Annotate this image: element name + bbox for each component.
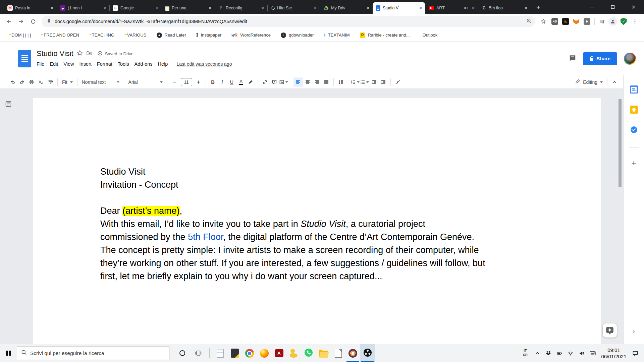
spelling-check-button[interactable]: A (36, 77, 46, 87)
bookmark-item-4[interactable]: ◕Read Later (157, 33, 186, 38)
menu-item-view[interactable]: View (61, 60, 76, 68)
window-maximize-button[interactable] (602, 0, 623, 14)
tab-close-icon[interactable]: ✕ (260, 5, 265, 11)
new-tab-button[interactable]: + (533, 2, 543, 12)
browser-tab-7-active[interactable]: Studio V✕ (373, 2, 425, 14)
menu-item-format[interactable]: Format (94, 60, 115, 68)
taskbar-app-duck[interactable] (286, 344, 301, 362)
align-right-button[interactable] (312, 77, 322, 87)
tab-close-icon[interactable]: ✕ (49, 5, 55, 11)
star-document-icon[interactable] (77, 50, 83, 57)
document-page[interactable]: Studio VisitInvitation - ConceptDear (ar… (33, 97, 601, 344)
zoom-indicator-icon[interactable] (526, 18, 532, 25)
document-outline-button[interactable] (5, 101, 11, 108)
increase-font-size-button[interactable] (194, 77, 203, 87)
taskbar-app-explorer[interactable] (316, 344, 331, 362)
address-bar[interactable]: docs.google.com/document/d/1-SaZsWtk_-xT… (42, 16, 535, 27)
line-spacing-button[interactable] (336, 77, 345, 87)
tab-close-icon[interactable]: ✕ (418, 5, 423, 11)
comments-button[interactable] (569, 54, 576, 63)
redo-button[interactable] (17, 77, 27, 87)
decrease-indent-button[interactable] (369, 77, 379, 87)
tray-touch-keyboard-icon[interactable] (587, 344, 598, 362)
insert-image-button[interactable] (279, 77, 288, 87)
align-center-button[interactable] (303, 77, 312, 87)
saved-status[interactable]: Saved to Drive (97, 51, 133, 57)
tab-close-icon[interactable]: ✕ (102, 5, 107, 11)
tray-volume-icon[interactable] (576, 344, 587, 362)
browser-tab-2[interactable]: 6Google✕ (109, 2, 162, 14)
menu-item-help[interactable]: Help (155, 60, 171, 68)
insert-link-button[interactable] (260, 77, 270, 87)
bookmark-item-10[interactable]: Outlook (420, 33, 438, 38)
tab-close-icon[interactable]: ✕ (313, 5, 318, 11)
bookmark-item-8[interactable]: tTEXTANIM (324, 33, 350, 38)
bulleted-list-button[interactable] (360, 77, 369, 87)
italic-button[interactable]: I (218, 77, 227, 87)
styles-select[interactable]: Normal text (80, 79, 121, 85)
browser-tab-8[interactable]: ART✕ (425, 2, 478, 14)
profile-button[interactable] (608, 16, 618, 26)
browser-tab-1[interactable]: (1 non l✕ (57, 2, 109, 14)
browser-tab-0[interactable]: MPosta in✕ (4, 2, 57, 14)
mode-select[interactable]: Editing (573, 79, 605, 85)
clear-formatting-button[interactable]: T (393, 77, 402, 87)
reload-button[interactable] (28, 16, 39, 27)
browser-tab-3[interactable]: Per una✕ (162, 2, 215, 14)
bookmark-item-2[interactable]: TEACHING (89, 33, 114, 38)
taskbar-app-notepad[interactable] (213, 344, 227, 362)
taskbar-app-acrobat[interactable]: A (272, 344, 286, 362)
extension-adblock-icon[interactable]: AB (550, 16, 560, 26)
sidepanel-add-icon[interactable]: + (631, 160, 636, 166)
tab-close-icon[interactable]: ✕ (155, 5, 160, 11)
google-docs-logo[interactable] (18, 50, 31, 67)
sidepanel-tasks-icon[interactable] (630, 126, 638, 135)
tab-close-icon[interactable]: ✕ (207, 5, 213, 11)
site-security-lock-icon[interactable] (46, 18, 52, 25)
extension-playlist-icon[interactable] (597, 16, 607, 26)
justify-button[interactable] (322, 77, 331, 87)
browser-tab-9[interactable]: C5th floo✕ (478, 2, 531, 14)
search-input[interactable] (30, 350, 165, 356)
window-close-button[interactable] (623, 0, 644, 14)
bookmark-item-7[interactable]: ↓qdownloader (281, 33, 314, 38)
underline-button[interactable]: U (227, 77, 236, 87)
explore-button[interactable] (603, 323, 617, 338)
start-button[interactable] (0, 344, 17, 362)
taskbar-app-libreoffice[interactable] (331, 344, 345, 362)
align-left-button[interactable] (293, 77, 303, 87)
taskbar-app-whatsapp[interactable] (301, 344, 316, 362)
text-color-button[interactable]: A (236, 77, 246, 87)
tray-battery-icon[interactable] (554, 344, 565, 362)
taskbar-search[interactable] (17, 347, 169, 360)
chrome-menu-icon[interactable] (629, 16, 641, 27)
browser-tab-5[interactable]: Hito Ste✕ (267, 2, 320, 14)
window-minimize-button[interactable] (582, 0, 602, 14)
bookmark-item-9[interactable]: RRarible - create and... (360, 33, 410, 38)
bold-button[interactable]: B (208, 77, 218, 87)
paint-format-button[interactable] (46, 77, 55, 87)
tray-language-indicator[interactable]: IT (519, 349, 532, 358)
font-select[interactable]: Arial (126, 79, 165, 85)
highlight-color-button[interactable] (246, 77, 255, 87)
document-link[interactable]: 5th Floor (188, 232, 223, 242)
sidepanel-calendar-icon[interactable]: 31 (630, 85, 638, 94)
tab-close-icon[interactable]: ✕ (365, 5, 371, 11)
tray-wifi-icon[interactable] (565, 344, 576, 362)
menu-item-file[interactable]: File (34, 60, 47, 68)
add-comment-button[interactable] (270, 77, 279, 87)
print-button[interactable] (27, 77, 36, 87)
bookmark-star-icon[interactable] (538, 16, 549, 27)
bookmark-item-6[interactable]: wRWordReference (231, 33, 271, 38)
menu-item-tools[interactable]: Tools (115, 60, 132, 68)
taskbar-app-chrome[interactable] (242, 344, 257, 362)
taskbar-app-tor[interactable] (345, 344, 360, 362)
task-view-button[interactable] (190, 344, 206, 362)
numbered-list-button[interactable]: 123 (351, 77, 360, 87)
cortana-button[interactable] (174, 344, 190, 362)
bookmark-item-3[interactable]: VARIOUS (124, 33, 147, 38)
menu-item-add-ons[interactable]: Add-ons (132, 60, 155, 68)
tray-action-center-icon[interactable] (630, 344, 641, 362)
collapse-toolbar-button[interactable] (610, 77, 619, 87)
tray-clock[interactable]: 09:01 06/01/2021 (598, 347, 630, 360)
